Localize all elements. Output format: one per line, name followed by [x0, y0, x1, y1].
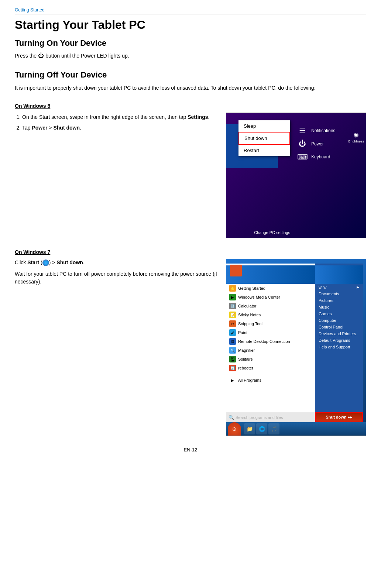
windows8-content-row: On the Start screen, swipe in from the r…	[15, 113, 366, 238]
help-label: Help and Support	[319, 345, 350, 349]
pictures-label: Pictures	[319, 298, 333, 303]
menu-item-remote-desktop[interactable]: 🖥 Remote Desktop Connection	[226, 337, 315, 346]
menu-item-sticky-notes[interactable]: 📝 Sticky Notes	[226, 310, 315, 319]
right-item-computer[interactable]: Computer	[315, 317, 363, 324]
paint-label: Paint	[238, 330, 247, 335]
sticky-notes-label: Sticky Notes	[238, 313, 261, 317]
win7-left-items-list: ⭐ Getting Started ▶ Windows Media Center…	[226, 284, 315, 385]
right-item-control-panel[interactable]: Control Panel	[315, 324, 363, 330]
remote-desktop-icon: 🖥	[229, 338, 236, 345]
windows8-step2: Tap Power > Shut down.	[22, 123, 219, 133]
windows7-content-row: Click Start (🌐) > Shut down. Wait for yo…	[15, 259, 366, 436]
restart-option[interactable]: Restart	[238, 145, 290, 156]
start-globe-icon: 🌐	[42, 259, 49, 266]
right-item-games[interactable]: Games	[315, 310, 363, 317]
sticky-notes-icon: 📝	[229, 312, 236, 318]
sleep-option[interactable]: Sleep	[238, 120, 290, 132]
devices-label: Devices and Printers	[319, 331, 356, 336]
computer-label: Computer	[319, 318, 336, 323]
page-title: Starting Your Tablet PC	[15, 18, 366, 32]
right-item-default-programs[interactable]: Default Programs	[315, 337, 363, 344]
win7-arrow: ▶	[357, 285, 359, 289]
page-footer: EN-12	[15, 447, 366, 453]
shut-down-bold: Shut down	[56, 259, 83, 265]
user-avatar	[230, 265, 242, 276]
windows7-screenshot-col: ⭐ Getting Started ▶ Windows Media Center…	[226, 259, 366, 436]
taskbar-icon-3[interactable]: 🎵	[268, 423, 279, 434]
default-programs-label: Default Programs	[319, 338, 350, 343]
win7-search-bar[interactable]: 🔍 Search programs and files	[226, 412, 315, 422]
menu-item-getting-started[interactable]: ⭐ Getting Started	[226, 284, 315, 293]
right-item-music[interactable]: Music	[315, 304, 363, 310]
page-number: EN-12	[184, 447, 198, 453]
turning-on-title: Turning On Your Device	[15, 38, 366, 48]
music-label: Music	[319, 305, 329, 309]
menu-item-snipping-tool[interactable]: ✂ Snipping Tool	[226, 319, 315, 328]
keyboard-icon: ⌨	[297, 152, 308, 161]
windows7-subtitle: On Windows 7	[15, 249, 366, 255]
windows8-subtitle: On Windows 8	[15, 103, 366, 109]
turning-on-section: Turning On Your Device Press the ⏻ butto…	[15, 38, 366, 59]
taskbar-icon-2[interactable]: 🌐	[256, 423, 267, 434]
win7-menu-right: win7 ▶ Documents Pictures Music	[315, 264, 363, 422]
turning-off-body: It is important to properly shut down yo…	[15, 84, 366, 92]
windows8-screenshot: Available Sleep Shut down Restart Change…	[226, 113, 366, 238]
win7-user-header	[226, 265, 315, 284]
taskbar-icon-1[interactable]: 📁	[244, 423, 255, 434]
menu-item-magnifier[interactable]: 🔍 Magnifier	[226, 346, 315, 355]
power-charm-icon: ⏻	[297, 140, 308, 148]
media-center-label: Windows Media Center	[238, 295, 280, 299]
snipping-tool-label: Snipping Tool	[238, 321, 262, 326]
solitaire-icon: 🂡	[229, 356, 236, 362]
windows8-section: On Windows 8 On the Start screen, swipe …	[15, 103, 366, 238]
control-panel-label: Control Panel	[319, 325, 343, 329]
solitaire-label: Solitaire	[238, 357, 253, 361]
rebooter-icon: 🔄	[229, 365, 236, 371]
all-programs-icon: ▶	[229, 377, 236, 384]
win7-start-menu: ⭐ Getting Started ▶ Windows Media Center…	[226, 264, 363, 422]
all-programs-label: All Programs	[238, 378, 261, 382]
turning-on-description: Press the ⏻ button until the Power LED l…	[15, 52, 366, 59]
getting-started-label: Getting Started	[238, 286, 265, 290]
windows8-steps-list: On the Start screen, swipe in from the r…	[22, 113, 219, 133]
change-pc-settings[interactable]: Change PC settings	[254, 230, 290, 235]
search-icon: 🔍	[229, 415, 234, 420]
click-start-text: Click Start (🌐) > Shut down.	[15, 259, 219, 267]
windows7-section: On Windows 7 Click Start (🌐) > Shut down…	[15, 249, 366, 436]
win7-taskbar: ⊙ 📁 🌐 🎵	[226, 422, 366, 436]
right-item-devices[interactable]: Devices and Printers	[315, 330, 363, 337]
keyboard-charm[interactable]: ⌨ Keyboard	[292, 150, 366, 164]
brightness-icon[interactable]: ✺ Brightness	[348, 131, 364, 143]
snipping-tool-icon: ✂	[229, 320, 236, 327]
press-the-text: Press the	[15, 53, 37, 59]
menu-item-rebooter[interactable]: 🔄 rebooter	[226, 364, 315, 372]
menu-item-solitaire[interactable]: 🂡 Solitaire	[226, 355, 315, 364]
windows7-text-col: Click Start (🌐) > Shut down. Wait for yo…	[15, 259, 219, 289]
documents-label: Documents	[319, 292, 339, 296]
menu-item-paint[interactable]: 🖌 Paint	[226, 328, 315, 337]
menu-item-calculator[interactable]: 🔢 Calculator	[226, 302, 315, 310]
menu-item-all-programs[interactable]: ▶ All Programs	[226, 376, 315, 385]
right-item-pictures[interactable]: Pictures	[315, 297, 363, 304]
right-item-help[interactable]: Help and Support	[315, 344, 363, 350]
win7-start-button[interactable]: ⊙	[228, 422, 241, 436]
calculator-label: Calculator	[238, 304, 257, 308]
shutdown-bold: Shut down	[53, 125, 80, 131]
turning-off-section: Turning Off Your Device It is important …	[15, 70, 366, 92]
power-popup: Sleep Shut down Restart	[238, 120, 290, 156]
shutdown-option[interactable]: Shut down	[238, 132, 290, 145]
start-bold: Start	[27, 259, 39, 265]
notifications-icon: ☰	[297, 126, 308, 135]
menu-item-media-center[interactable]: ▶ Windows Media Center	[226, 293, 315, 302]
remote-desktop-label: Remote Desktop Connection	[238, 339, 290, 344]
right-item-documents[interactable]: Documents	[315, 290, 363, 297]
power-bold: Power	[32, 125, 47, 131]
win7-user-label: win7	[319, 285, 327, 289]
win7-right-header	[315, 265, 363, 284]
power-icon: ⏻	[38, 52, 44, 59]
win7-shutdown-button[interactable]: Shut down ▸▸	[315, 412, 363, 422]
paint-icon: 🖌	[229, 329, 236, 336]
right-item-win7[interactable]: win7 ▶	[315, 284, 363, 290]
brightness-label: Brightness	[348, 140, 364, 143]
games-label: Games	[319, 312, 332, 316]
